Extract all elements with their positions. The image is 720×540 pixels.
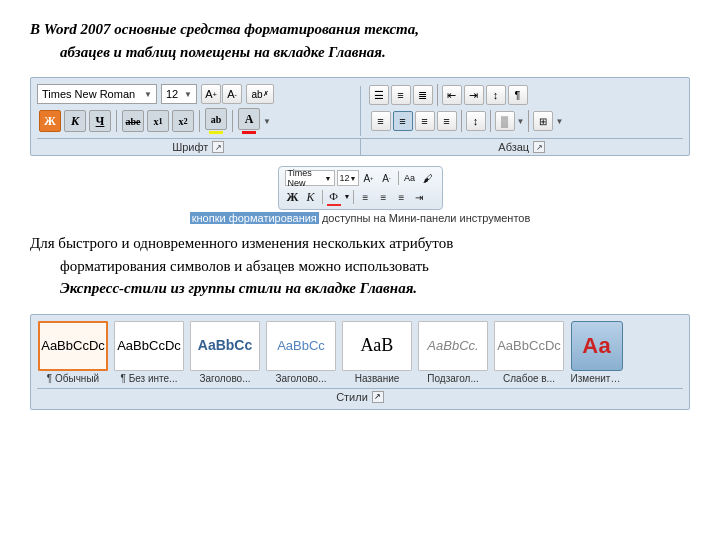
mini-sep1	[398, 171, 399, 185]
indent-btn[interactable]: ⇥	[464, 85, 484, 105]
style-item-subtitle: AaBbCc. Подзагол...	[417, 321, 489, 384]
mini-indent-btn[interactable]: ⇥	[411, 189, 427, 205]
font-color-dropdown[interactable]: ▼	[263, 117, 271, 126]
mini-font-value: Times New	[288, 168, 325, 188]
style-label-title: Название	[341, 373, 413, 384]
list-number-btn[interactable]: ≡	[391, 85, 411, 105]
increase-font-btn[interactable]: A+	[201, 84, 221, 104]
italic-button[interactable]: К	[64, 110, 86, 132]
ribbon-section-labels: Шрифт ↗ Абзац ↗	[37, 138, 683, 155]
ribbon-font-section: Times New Roman ▼ 12 ▼ A+ A- ab✗ Ж К Ч	[37, 84, 352, 138]
separator1	[116, 110, 117, 132]
font-color-button[interactable]: A	[238, 108, 260, 130]
line-spacing-btn[interactable]: ↕	[466, 111, 486, 131]
mini-color-btn[interactable]: Ф	[326, 188, 342, 204]
paragraph-section-expand[interactable]: ↗	[533, 141, 545, 153]
separator3	[232, 110, 233, 132]
list-multilevel-btn[interactable]: ≣	[413, 85, 433, 105]
style-label-heading1: Заголово...	[189, 373, 261, 384]
mini-size-selector[interactable]: 12 ▼	[337, 170, 359, 186]
style-sample-subtitle: AaBbCc.	[427, 338, 478, 354]
bold-button[interactable]: Ж	[39, 110, 61, 132]
intro-line2: абзацев и таблиц помещены на вкладке	[30, 44, 328, 60]
align-right-btn[interactable]: ≡	[415, 111, 435, 131]
ribbon-box: Times New Roman ▼ 12 ▼ A+ A- ab✗ Ж К Ч	[30, 77, 690, 156]
ribbon-row2: Ж К Ч abe x1 x2 ab A ▼	[37, 108, 352, 134]
mini-align-left-btn[interactable]: ≡	[357, 189, 373, 205]
intro-text1: В	[30, 21, 44, 37]
mini-toolbar-caption: кнопки форматирования доступны на Мини-п…	[190, 212, 531, 224]
clear-format-btn[interactable]: ab✗	[246, 84, 274, 104]
subscript-button[interactable]: x1	[147, 110, 169, 132]
style-preview-heading2[interactable]: AaBbCc	[266, 321, 336, 371]
align-left-btn[interactable]: ≡	[371, 111, 391, 131]
change-styles-item: Аа Изменить стили *	[569, 321, 624, 384]
style-item-heading2: AaBbCc Заголово...	[265, 321, 337, 384]
mini-sep2	[322, 190, 323, 204]
style-sample-heading1: AaBbCc	[198, 337, 252, 354]
font-name-selector[interactable]: Times New Roman ▼	[37, 84, 157, 104]
borders-btn[interactable]: ⊞	[533, 111, 553, 131]
styles-expand-icon[interactable]: ↗	[372, 391, 384, 403]
style-label-weak: Слабое в...	[493, 373, 565, 384]
strikethrough-button[interactable]: abe	[122, 110, 144, 132]
highlight-btn-group: ab	[205, 108, 227, 134]
mini-caption-highlight: кнопки форматирования	[190, 212, 319, 224]
shading-btn[interactable]: ▒	[495, 111, 515, 131]
para-sep1	[437, 84, 438, 106]
mini-style-btn[interactable]: Aa	[402, 170, 418, 186]
paragraph-label-text: Абзац	[498, 141, 529, 153]
intro-bold1: Word 2007	[44, 21, 111, 37]
mini-color-arrow[interactable]: ▼	[344, 193, 351, 201]
mini-font-selector[interactable]: Times New ▼	[285, 170, 335, 186]
ribbon-row1: Times New Roman ▼ 12 ▼ A+ A- ab✗	[37, 84, 352, 104]
mini-italic-btn[interactable]: К	[303, 189, 319, 205]
change-styles-label: Изменить стили *	[571, 373, 623, 384]
align-center-btn[interactable]: ≡	[393, 111, 413, 131]
borders-dropdown[interactable]: ▼	[555, 117, 563, 126]
font-color-bar	[242, 131, 256, 134]
body-text-bold: Экспресс-стили из группы стили на вкладк…	[60, 280, 417, 296]
font-size-selector[interactable]: 12 ▼	[161, 84, 197, 104]
mini-paint-btn[interactable]: 🖌	[420, 170, 436, 186]
font-name-value: Times New Roman	[42, 88, 135, 100]
font-section-expand[interactable]: ↗	[212, 141, 224, 153]
style-sample-nointerval: AaBbCcDc	[117, 338, 181, 354]
list-bullet-btn[interactable]: ☰	[369, 85, 389, 105]
ribbon-divider	[360, 86, 361, 136]
mini-shrink-btn[interactable]: A-	[379, 170, 395, 186]
outdent-btn[interactable]: ⇤	[442, 85, 462, 105]
style-sample-title: АаВ	[361, 335, 394, 357]
mini-grow-btn[interactable]: A+	[361, 170, 377, 186]
style-preview-subtitle[interactable]: AaBbCc.	[418, 321, 488, 371]
para-sep2	[461, 110, 462, 132]
change-styles-btn[interactable]: Аа	[571, 321, 623, 371]
mini-row1: Times New ▼ 12 ▼ A+ A- Aa 🖌	[285, 170, 436, 186]
mini-align-center-btn[interactable]: ≡	[375, 189, 391, 205]
mini-bold-btn[interactable]: Ж	[285, 189, 301, 205]
align-justify-btn[interactable]: ≡	[437, 111, 457, 131]
mini-align-right-btn[interactable]: ≡	[393, 189, 409, 205]
font-color-btn-group: A	[238, 108, 260, 134]
underline-button[interactable]: Ч	[89, 110, 111, 132]
body-text-line3: Экспресс-стили из группы стили на вкладк…	[30, 280, 417, 296]
style-label-nointerval: ¶ Без инте...	[113, 373, 185, 384]
paragraph-section-label: Абзац ↗	[361, 139, 684, 155]
shading-dropdown[interactable]: ▼	[517, 117, 525, 126]
ribbon-paragraph-section: ☰ ≡ ≣ ⇤ ⇥ ↕ ¶ ≡ ≡ ≡ ≡ ↕ ▒ ▼ ⊞	[369, 84, 684, 138]
show-marks-btn[interactable]: ¶	[508, 85, 528, 105]
style-preview-nointerval[interactable]: AaBbCcDc	[114, 321, 184, 371]
styles-box: AaBbCcDc ¶ Обычный AaBbCcDc ¶ Без инте..…	[30, 314, 690, 410]
superscript-button[interactable]: x2	[172, 110, 194, 132]
mini-color-bar	[327, 204, 341, 206]
sort-btn[interactable]: ↕	[486, 85, 506, 105]
decrease-font-btn[interactable]: A-	[222, 84, 242, 104]
intro-text2: основные средства форматирования текста,	[111, 21, 419, 37]
style-sample-normal: AaBbCcDc	[41, 338, 105, 354]
style-item-title: АаВ Название	[341, 321, 413, 384]
highlight-button[interactable]: ab	[205, 108, 227, 130]
style-preview-title[interactable]: АаВ	[342, 321, 412, 371]
style-preview-weak[interactable]: AaBbCcDc	[494, 321, 564, 371]
style-preview-normal[interactable]: AaBbCcDc	[38, 321, 108, 371]
style-preview-heading1[interactable]: AaBbCc	[190, 321, 260, 371]
